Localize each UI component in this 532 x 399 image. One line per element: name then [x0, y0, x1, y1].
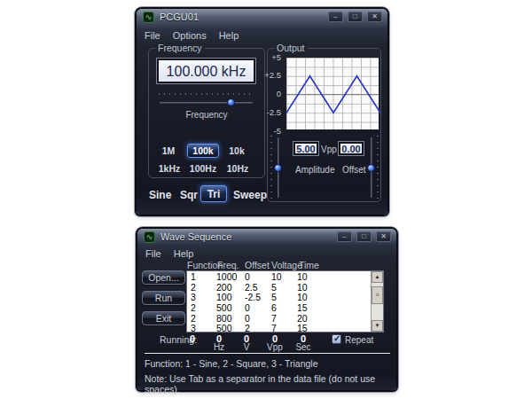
amplitude-label: Amplitude: [295, 165, 334, 175]
menu-file[interactable]: File: [145, 248, 161, 259]
waveform-button-sqr[interactable]: Sqr: [180, 189, 198, 201]
range-button-100hz[interactable]: 100Hz: [190, 163, 216, 174]
minimize-icon[interactable]: –: [337, 231, 352, 242]
y-tick-minus5: -5: [274, 126, 281, 136]
output-group: Output +5 +2.5 0 -2.5 -5 5.00 Vpp 0.00 A…: [267, 48, 381, 202]
frequency-display: 100.000 kHz: [157, 59, 255, 83]
y-tick-plus5: +5: [271, 52, 281, 62]
divider: [145, 353, 390, 354]
output-wave-svg: [286, 58, 380, 131]
app-icon: [143, 12, 154, 23]
open-button[interactable]: Open...: [142, 270, 185, 285]
range-button-1m[interactable]: 1M: [162, 145, 176, 156]
running-value: 0: [190, 333, 195, 344]
table-row[interactable]: 1100001010: [187, 272, 371, 283]
running-v-unit: V: [244, 342, 250, 352]
minimize-icon[interactable]: –: [328, 12, 343, 22]
function-note: Function: 1 - Sine, 2 - Square, 3 - Tria…: [145, 358, 318, 369]
menu-file[interactable]: File: [145, 30, 160, 41]
col-header-voltage: Voltage: [271, 260, 302, 270]
range-button-10hz[interactable]: 10Hz: [227, 163, 249, 174]
offset-slider-thumb[interactable]: [367, 164, 375, 172]
offset-slider-ticks: [377, 136, 379, 200]
range-button-100k[interactable]: 100k: [187, 144, 219, 158]
waveseq-titlebar[interactable]: Wave Sequence – □ ✕: [137, 229, 396, 246]
range-button-1khz[interactable]: 1kHz: [159, 163, 181, 174]
frequency-slider-label: Frequency: [149, 110, 264, 120]
range-button-10k[interactable]: 10k: [229, 145, 245, 156]
frequency-slider-thumb[interactable]: [227, 98, 235, 106]
tab-note: Note: Use Tab as a separator in the data…: [145, 373, 396, 395]
waveform-button-sine[interactable]: Sine: [149, 189, 171, 201]
scroll-down-icon[interactable]: ▼: [372, 320, 383, 332]
table-row[interactable]: 35002715: [187, 324, 371, 334]
offset-label: Offset: [342, 165, 366, 175]
frequency-slider-track[interactable]: [160, 102, 253, 104]
wave-sequence-window: Wave Sequence – □ ✕ File Help Function F…: [137, 229, 396, 390]
sequence-table[interactable]: 1100001010 22002.5510 3100-2.5510 250006…: [186, 270, 384, 332]
frequency-group: Frequency 100.000 kHz Frequency 100k 1M …: [148, 48, 265, 178]
window-title: Wave Sequence: [160, 231, 231, 242]
col-header-time: Time: [299, 260, 319, 270]
amplitude-slider-ticks: [270, 136, 272, 200]
close-icon[interactable]: ✕: [376, 231, 391, 242]
pcgu01-window: PCGU01 – □ ✕ File Options Help Frequency…: [137, 9, 387, 215]
offset-value: 0.00: [339, 142, 364, 155]
scrollbar[interactable]: ▲ ≡ ▼: [371, 271, 383, 332]
waveform-button-tri[interactable]: Tri: [200, 185, 227, 202]
table-row[interactable]: 25000615: [187, 303, 371, 314]
maximize-icon[interactable]: □: [356, 231, 372, 242]
y-tick-minus2p5: -2.5: [267, 107, 281, 117]
frequency-slider-ticks: [159, 93, 254, 95]
app-icon: [144, 231, 155, 243]
menu-help[interactable]: Help: [219, 30, 239, 41]
running-sec-unit: Sec: [295, 342, 310, 352]
col-header-freq: Freq.: [217, 260, 239, 270]
running-hz-unit: Hz: [214, 342, 224, 352]
exit-button[interactable]: Exit: [142, 311, 185, 325]
scroll-up-icon[interactable]: ▲: [372, 271, 383, 283]
pcgu01-titlebar[interactable]: PCGU01 – □ ✕: [137, 9, 387, 27]
y-tick-zero: 0: [277, 89, 281, 98]
output-scope: [286, 57, 379, 130]
col-header-offset: Offset: [245, 260, 270, 270]
scroll-thumb[interactable]: ≡: [372, 286, 383, 304]
vpp-unit-label: Vpp: [321, 145, 337, 154]
run-button[interactable]: Run: [142, 291, 185, 305]
running-vpp-unit: Vpp: [267, 342, 283, 352]
menubar: File Help: [145, 248, 193, 259]
menubar: File Options Help: [145, 30, 239, 41]
y-tick-plus2p5: +2.5: [264, 70, 281, 80]
table-row[interactable]: 22002.5510: [187, 283, 371, 293]
amplitude-slider-thumb[interactable]: [274, 164, 282, 172]
close-icon[interactable]: ✕: [367, 12, 382, 22]
repeat-label: Repeat: [345, 335, 373, 345]
table-row[interactable]: 28000720: [187, 314, 371, 325]
maximize-icon[interactable]: □: [348, 12, 363, 22]
frequency-group-label: Frequency: [155, 43, 205, 53]
waveform-button-sweep[interactable]: Sweep: [233, 189, 267, 201]
table-row[interactable]: 3100-2.5510: [187, 293, 371, 303]
amplitude-value: 5.00: [293, 142, 318, 155]
menu-options[interactable]: Options: [173, 30, 207, 41]
window-title: PCGU01: [160, 12, 199, 22]
repeat-checkbox[interactable]: [332, 334, 341, 344]
menu-help[interactable]: Help: [174, 248, 194, 259]
